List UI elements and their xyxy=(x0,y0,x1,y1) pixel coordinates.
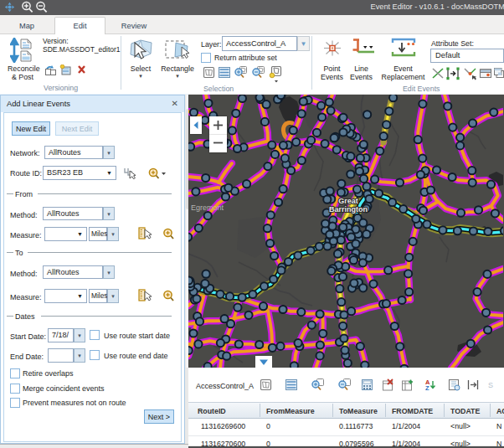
svg-text:S: S xyxy=(488,381,493,389)
svg-text:Z: Z xyxy=(425,384,429,392)
svg-text:Egremont: Egremont xyxy=(191,203,224,212)
svg-text:Barrington: Barrington xyxy=(329,205,368,214)
svg-text:Great: Great xyxy=(338,197,358,205)
